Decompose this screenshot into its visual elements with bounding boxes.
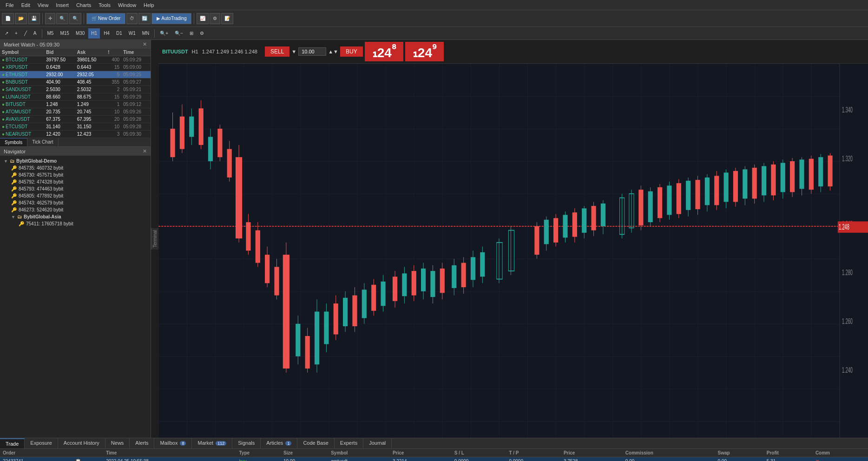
sell-button[interactable]: SELL [265,46,289,57]
market-watch-row[interactable]: ●ETHUSDT 2932.00 2932.05 5 05:09:25 [0,71,151,79]
tf-w1[interactable]: W1 [126,28,138,39]
properties-button[interactable]: ⚙ [197,28,207,39]
market-watch-scroll[interactable]: Symbol Bid Ask ! Time ●BTCUSDT 39797.50 … [0,49,151,138]
tf-h1[interactable]: H1 [88,28,100,39]
order-row[interactable]: 22433741 📋 2022.04.25 10:55:38 buy 10.00… [0,457,868,461]
nav-account-item[interactable]: 🔑845735: 460732 bybit [2,165,149,171]
tab-mailbox[interactable]: Mailbox 8 [154,438,192,448]
tab-signals[interactable]: Signals [232,438,261,448]
buy-button[interactable]: BUY [340,46,363,57]
tab-journal[interactable]: Journal [363,438,392,448]
autotrading-button[interactable]: ▶ AutoTrading [151,13,191,24]
tab-alerts[interactable]: Alerts [130,438,154,448]
menu-charts[interactable]: Charts [72,2,95,8]
zoom-out-button[interactable]: 🔍 [69,13,81,24]
zoom-in-chart[interactable]: 🔍+ [157,28,171,39]
nav-account-item[interactable]: 🔑846273: 524620 bybit [2,206,149,213]
market-watch-row[interactable]: ●BNBUSDT 404.90 408.45 355 05:09:27 [0,79,151,86]
tab-symbols[interactable]: Symbols [0,138,27,146]
tf-m5[interactable]: M5 [45,28,57,39]
save-button[interactable]: 💾 [28,13,40,24]
nav-bybit-demo-group[interactable]: ▼ 🗂 BybitGlobal-Demo [2,158,149,165]
market-watch-row[interactable]: ●BTCUSDT 39797.50 39801.50 400 05:09:29 [0,56,151,64]
tab-articles[interactable]: Articles 1 [261,438,297,448]
grid-button[interactable]: ⊞ [187,28,196,39]
chart-tf: H1 [192,49,198,54]
zoom-in-button[interactable]: 🔍 [56,13,68,24]
order-time: 2022.04.25 10:55:38 [103,457,236,461]
tf-m30[interactable]: M30 [73,28,87,39]
tab-trade[interactable]: Trade [0,438,25,448]
th-symbol: Symbol [328,449,390,457]
mw-symbol: ●ETCUSDT [0,123,44,131]
mw-symbol: ●SANDUSDT [0,86,44,93]
order-close[interactable]: ✕ [813,457,868,461]
nav-account-item[interactable]: 🔑845805: 477892 bybit [2,192,149,199]
orders-scroll[interactable]: Order Time Type Size Symbol Price S / L … [0,449,868,461]
navigator-tree[interactable]: ▼ 🗂 BybitGlobal-Demo 🔑845735: 460732 byb… [0,156,151,438]
mw-spread: 355 [106,79,121,86]
nav-bybit-asia-group[interactable]: ▼ 🗂 BybitGlobal-Asia [2,213,149,220]
indicators-button[interactable]: 📈 [197,13,209,24]
nav-account-item[interactable]: 🔑845743: 462579 bybit [2,199,149,206]
menu-insert[interactable]: Insert [52,2,72,8]
market-watch-row[interactable]: ●AVAXUSDT 67.375 67.395 20 05:09:28 [0,116,151,123]
open-button[interactable]: 📂 [15,13,27,24]
experts-button[interactable]: ⚙ [210,13,220,24]
tab-market[interactable]: Market 112 [192,438,232,448]
tf-draw-plus[interactable]: + [12,28,20,39]
tf-h4[interactable]: H4 [101,28,112,39]
svg-rect-82 [563,215,567,238]
nav-account-item-asia[interactable]: 🔑75411: 17605718 bybit [2,220,149,227]
menu-tools[interactable]: Tools [95,2,114,8]
tf-draw-line[interactable]: ╱ [21,28,30,39]
history-button[interactable]: ⏱ [126,13,138,24]
crosshair-button[interactable]: ✛ [45,13,55,24]
zoom-out-chart[interactable]: 🔍− [172,28,186,39]
new-chart-button[interactable]: 📄 [2,13,14,24]
menu-edit[interactable]: Edit [18,2,34,8]
market-watch-row[interactable]: ●NEARUSDT 12.420 12.423 3 05:09:30 [0,131,151,138]
market-watch-row[interactable]: ●ATOMUSDT 20.735 20.745 10 05:09:26 [0,108,151,116]
tf-d1[interactable]: D1 [113,28,125,39]
market-watch-row[interactable]: ●SANDUSDT 2.5030 2.5032 2 05:09:21 [0,86,151,93]
svg-rect-8 [180,117,184,149]
market-watch-row[interactable]: ●BITUSDT 1.248 1.249 1 05:09:12 [0,101,151,108]
mw-time: 05:09:28 [121,123,151,131]
tf-draw-arrow[interactable]: ↗ [2,28,11,39]
terminal-label[interactable]: Terminal [151,228,158,250]
scripts-button[interactable]: 📝 [221,13,233,24]
menu-help[interactable]: Help [140,2,158,8]
mw-spread: 15 [106,93,121,101]
mw-spread: 10 [106,108,121,116]
market-watch-row[interactable]: ●ETCUSDT 31.140 31.150 10 05:09:28 [0,123,151,131]
tab-tick-chart[interactable]: Tick Chart [27,138,58,146]
market-watch-row[interactable]: ●LUNAUSDT 88.660 88.675 15 05:09:29 [0,93,151,101]
order-profit: 5.31 [764,457,813,461]
tab-codebase[interactable]: Code Base [297,438,334,448]
menu-file[interactable]: File [2,2,18,8]
tab-exposure[interactable]: Exposure [25,438,58,448]
refresh-button[interactable]: 🔄 [138,13,151,24]
th-size: Size [281,449,328,457]
svg-rect-134 [818,157,823,186]
navigator-close[interactable]: ✕ [143,148,147,154]
market-watch-row[interactable]: ●XRPUSDT 0.6428 0.6443 15 05:09:00 [0,64,151,71]
menu-view[interactable]: View [34,2,53,8]
account-label: 845793: 474463 bybit [19,186,63,191]
tab-experts[interactable]: Experts [335,438,363,448]
tf-mn[interactable]: MN [139,28,152,39]
nav-account-item[interactable]: 🔑845730: 457571 bybit [2,171,149,178]
new-order-button[interactable]: 🛒 New Order [86,13,125,24]
menu-window[interactable]: Window [114,2,140,8]
market-watch-close[interactable]: ✕ [143,41,147,47]
nav-account-item[interactable]: 🔑845793: 474463 bybit [2,185,149,192]
order-size-input[interactable] [298,47,326,56]
tf-m15[interactable]: M15 [57,28,72,39]
mw-bid: 2932.00 [44,71,75,79]
tab-account-history[interactable]: Account History [58,438,105,448]
nav-account-item[interactable]: 🔑845792: 474328 bybit [2,178,149,185]
tf-draw-text[interactable]: A [31,28,39,39]
tab-news[interactable]: News [105,438,130,448]
chart-canvas[interactable]: 1.340 1.320 1.248 1.280 1.260 1.240 1.24… [158,64,868,438]
